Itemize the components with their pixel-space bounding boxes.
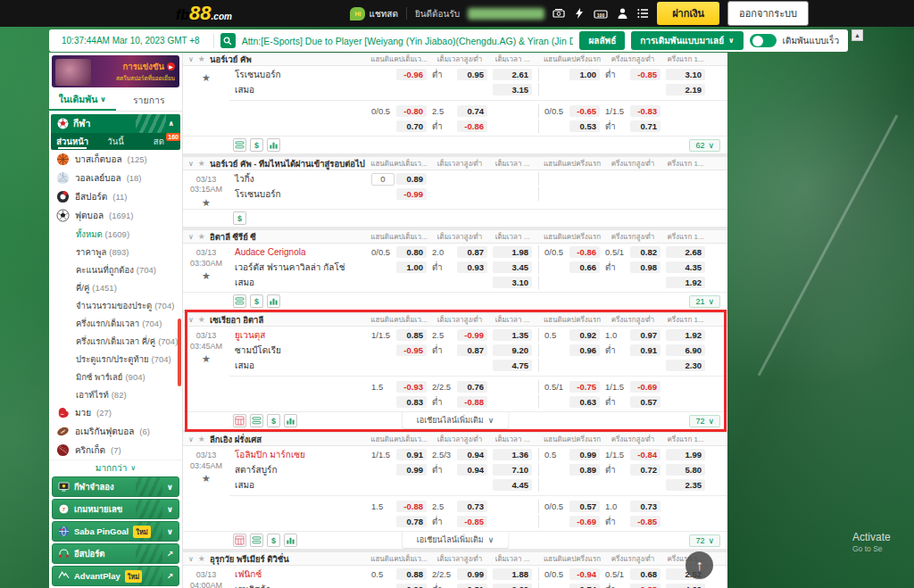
bet-list-icon[interactable] xyxy=(637,8,649,19)
star-icon[interactable]: ★ xyxy=(198,435,205,443)
odds-cell[interactable]: 5.80 xyxy=(663,463,708,476)
sports-section-header[interactable]: กีฬา ∧ xyxy=(51,114,180,133)
chart-icon[interactable] xyxy=(284,414,297,427)
odds-cell[interactable]: ต่ำ0.94 xyxy=(429,463,490,476)
odds-cell[interactable]: 0.50.99 xyxy=(542,448,602,461)
odds-cell[interactable]: 0/0.5-0.86 xyxy=(542,245,602,259)
live-icon[interactable] xyxy=(233,414,246,427)
tab-list[interactable]: รายการ xyxy=(116,90,183,111)
market-count-dropdown[interactable]: 72∨ xyxy=(689,415,720,427)
odds-cell[interactable]: 7.10 xyxy=(490,463,535,476)
odds-cell[interactable]: -0.96 xyxy=(369,68,429,81)
sidebar-item-volleyball[interactable]: วอลเลย์บอล(18) xyxy=(49,169,182,187)
market-count-dropdown[interactable]: 21∨ xyxy=(689,295,720,308)
star-icon[interactable]: ★ xyxy=(198,315,205,324)
odds-cell[interactable]: ต่ำ0.71 xyxy=(602,120,663,133)
league-header[interactable]: ∨★อิตาลี ซีรีย์ ซีแฮนดิแคปเต็มเว...เต็มเ… xyxy=(183,230,727,244)
league-header[interactable]: ∨★เซเรียอา อิตาลีแฮนดิแคปเต็มเว...เต็มเว… xyxy=(183,313,727,327)
football-subitem[interactable]: เอาท์ไรท์(82) xyxy=(49,385,182,403)
subtab-live[interactable]: สด 160 xyxy=(137,133,180,150)
voucher-icon[interactable]: 100 xyxy=(594,8,608,20)
more-asian-lines-button[interactable]: เอเชียนไลน์เพิ่มเติม∨ xyxy=(402,412,510,429)
market-count-dropdown[interactable]: 72∨ xyxy=(689,534,720,547)
odds-cell[interactable]: 0/0.5-0.65 xyxy=(542,104,602,118)
dollar-icon[interactable]: $ xyxy=(267,414,280,427)
odds-cell[interactable]: 2.5-0.99 xyxy=(429,328,490,342)
rows-icon[interactable] xyxy=(233,138,246,152)
rows-icon[interactable] xyxy=(250,534,263,547)
promo-button-เกมหมายเลข[interactable]: 7เกมหมายเลข∨ xyxy=(52,499,179,519)
star-icon[interactable]: ★ xyxy=(198,159,205,168)
results-button[interactable]: ผลลัพธ์ xyxy=(579,31,625,50)
odds-cell[interactable]: ต่ำ0.98 xyxy=(602,261,663,274)
football-subitem[interactable]: จำนวนรวมของประตู(704) xyxy=(49,296,182,314)
odds-cell[interactable]: 2.68 xyxy=(663,245,708,259)
odds-cell[interactable]: 2.50.73 xyxy=(429,500,490,513)
league-header[interactable]: ∨★อุรุกวัย พรีเมียร์ ดิวิชั่นแฮนดิแคปเต็… xyxy=(183,552,727,566)
dollar-icon[interactable]: $ xyxy=(267,534,280,547)
odds-cell[interactable]: 4.75 xyxy=(490,359,535,372)
odds-cell[interactable]: ต่ำ0.57 xyxy=(602,395,663,409)
odds-cell[interactable]: 0.83 xyxy=(369,395,429,409)
odds-cell[interactable]: ต่ำ-0.85 xyxy=(602,515,663,528)
scroll-to-top-button[interactable]: ↑ xyxy=(686,551,713,579)
odds-cell[interactable]: ต่ำ0.95 xyxy=(429,68,490,81)
odds-cell[interactable]: 0.99 xyxy=(369,463,429,476)
odds-cell[interactable]: 1.88 xyxy=(490,567,535,581)
league-header[interactable]: ∨★ลีกเอิง ฝรั่งเศสแฮนดิแคปเต็มเว...เต็มเ… xyxy=(183,433,727,446)
sidebar-item-boxing[interactable]: มวย(27) xyxy=(49,403,182,422)
odds-cell[interactable]: 1.00 xyxy=(542,68,602,81)
odds-cell[interactable]: ต่ำ-0.88 xyxy=(602,583,663,588)
odds-cell[interactable]: 1/1.5-0.69 xyxy=(602,380,663,393)
chart-icon[interactable] xyxy=(267,294,280,308)
odds-cell[interactable]: ต่ำ0.87 xyxy=(429,344,490,357)
odds-cell[interactable]: 1.36 xyxy=(490,448,535,461)
member-icon[interactable] xyxy=(617,7,628,20)
odds-cell[interactable]: ต่ำ-0.86 xyxy=(429,120,490,133)
star-icon[interactable]: ★ xyxy=(202,72,211,85)
chart-icon[interactable] xyxy=(284,534,297,547)
odds-cell[interactable]: ต่ำ-0.85 xyxy=(429,515,490,528)
promo-button-saba-pingoal[interactable]: Saba PinGoalใหม่∨ xyxy=(52,521,179,542)
odds-cell[interactable]: ต่ำ-0.88 xyxy=(429,395,490,409)
odds-cell[interactable]: ต่ำ0.91 xyxy=(602,344,663,357)
more-sports-button[interactable]: มากกว่า ∨ xyxy=(49,460,182,475)
football-subitem[interactable]: ครึ่งแรก/เต็มเวลา คี่/คู่(704) xyxy=(49,332,182,350)
odds-cell[interactable]: 0.74 xyxy=(542,583,602,588)
odds-cell[interactable]: 1/1.50.85 xyxy=(369,328,429,342)
odds-cell[interactable]: 0.5/10.82 xyxy=(602,245,663,259)
odds-cell[interactable]: 3.10 xyxy=(490,276,535,289)
odds-cell[interactable]: 2.60 xyxy=(490,583,535,588)
odds-cell[interactable]: 3.45 xyxy=(490,261,535,274)
rows-icon[interactable] xyxy=(250,414,263,427)
odds-cell[interactable]: 3.15 xyxy=(490,83,535,96)
sidebar-item-esports[interactable]: อีสปอร์ต(11) xyxy=(49,187,182,206)
subtab-early[interactable]: ส่วนหน้า xyxy=(51,133,94,150)
odds-cell[interactable]: 2.61 xyxy=(490,68,535,81)
sidebar-scrollbar-thumb[interactable] xyxy=(178,319,181,386)
odds-cell[interactable]: 4.35 xyxy=(663,261,708,274)
league-header[interactable]: ∨★นอร์เวย์ คัพแฮนดิแคปเต็มเว...เต็มเวลาส… xyxy=(183,53,727,66)
football-subitem[interactable]: มิกซ์ พาร์เลย์(904) xyxy=(49,368,182,385)
odds-cell[interactable]: 3.10 xyxy=(663,68,708,81)
odds-cell[interactable]: ต่ำ0.81 xyxy=(429,583,490,588)
odds-cell[interactable]: ต่ำ-0.85 xyxy=(602,68,663,81)
more-asian-lines-button[interactable]: เอเชียนไลน์เพิ่มเติม∨ xyxy=(402,532,510,549)
sidebar-item-basketball[interactable]: บาสเก็ตบอล(125) xyxy=(49,150,182,169)
star-icon[interactable]: ★ xyxy=(202,197,211,210)
star-icon[interactable]: ★ xyxy=(202,353,211,366)
odds-cell[interactable]: 1.00 xyxy=(369,261,429,274)
odds-cell[interactable]: 0/0.5-0.80 xyxy=(369,104,429,118)
star-icon[interactable]: ★ xyxy=(202,473,211,485)
search-button[interactable] xyxy=(220,33,236,48)
odds-cell[interactable]: 1.5-0.93 xyxy=(369,380,429,393)
odds-cell[interactable]: 0.89 xyxy=(542,463,602,476)
odds-cell[interactable]: 0.5/1-0.75 xyxy=(542,380,602,393)
odds-cell[interactable]: 0.50.92 xyxy=(542,328,602,342)
tab-in-betting[interactable]: ในเดิมพัน ∨ xyxy=(49,90,116,111)
fb88-logo[interactable]: fb 88 .com xyxy=(176,2,232,25)
odds-cell[interactable]: 1.92 xyxy=(663,328,708,342)
odds-cell[interactable]: 0.78 xyxy=(369,515,429,528)
rows-icon[interactable] xyxy=(233,294,246,308)
star-icon[interactable]: ★ xyxy=(198,54,205,63)
